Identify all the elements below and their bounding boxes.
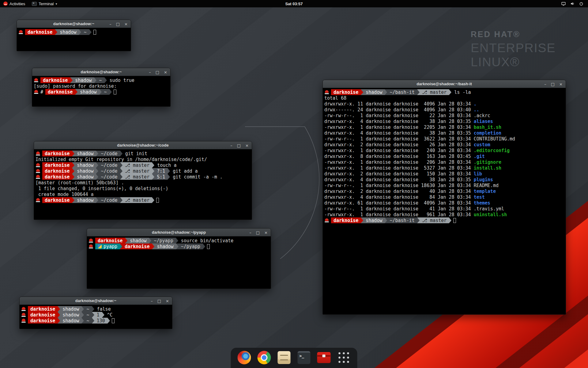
- output-text: create mode 100644 a: [36, 192, 94, 197]
- maximize-button[interactable]: □: [157, 299, 161, 303]
- output-line: [sudo] password for darknoise:: [34, 83, 169, 89]
- volume-icon[interactable]: [570, 0, 575, 7]
- dock-toolbox[interactable]: [317, 350, 331, 365]
- terminal-body[interactable]: darknoiseshadow~/pyapp source bin/activa…: [87, 236, 271, 289]
- dock-chrome[interactable]: [257, 350, 272, 365]
- prompt-segment-git: ⎇ master: [123, 197, 152, 203]
- dock-terminal[interactable]: [297, 350, 311, 365]
- terminal-body[interactable]: darknoiseshadow~ falsedarknoiseshadow~1 …: [20, 305, 172, 329]
- powerline-arrow-icon: [96, 151, 98, 156]
- prompt-segment-stat: ?:1: [154, 168, 168, 174]
- prompt-segment-code: 130: [94, 318, 107, 324]
- prompt-segment-host: shadow: [60, 306, 81, 312]
- file-meta: drwxrwxr-x. 8 darknoise darknoise 163 Ja…: [324, 154, 474, 159]
- window-titlebar[interactable]: darknoise@shadow:~ – □ ×: [17, 20, 131, 28]
- terminal-window-exit[interactable]: darknoise@shadow:~ – □ × darknoiseshadow…: [19, 297, 172, 329]
- prompt-segment-host: shadow: [73, 77, 94, 83]
- terminal-window-code[interactable]: darknoise@shadow:~/code – □ × darknoises…: [34, 141, 252, 220]
- window-titlebar[interactable]: darknoise@shadow:~ – □ ×: [32, 68, 170, 76]
- dock-firefox[interactable]: [237, 350, 252, 365]
- close-button[interactable]: ×: [164, 70, 167, 74]
- terminal-window-sudo[interactable]: darknoise@shadow:~ – □ × darknoiseshadow…: [32, 68, 171, 107]
- close-button[interactable]: ×: [245, 144, 249, 148]
- window-titlebar[interactable]: darknoise@shadow:~ – □ ×: [20, 297, 172, 305]
- prompt-segment-code: 1: [94, 312, 102, 318]
- output-line: -rwxrwxr-x. 1 darknoise darknoise 240 Ja…: [324, 148, 564, 153]
- prompt-segment-host: shadow: [74, 174, 96, 180]
- redhat-prompt-icon: [34, 90, 38, 94]
- terminal-body[interactable]: darknoiseshadow~: [17, 28, 131, 51]
- minimize-button[interactable]: –: [230, 144, 232, 148]
- powerline-arrow-icon: [152, 197, 154, 203]
- terminal-window-pyapp[interactable]: darknoise@shadow:~/pyapp – □ × darknoise…: [87, 228, 271, 289]
- minimize-button[interactable]: –: [149, 70, 151, 74]
- powerline-arrow-icon: [176, 238, 178, 243]
- prompt-segment-path: ~: [81, 29, 89, 35]
- terminal-cursor: [114, 90, 116, 94]
- prompt-segment-path: ~/pyapp: [179, 243, 203, 249]
- output-text: [sudo] password for darknoise:: [34, 83, 117, 89]
- firefox-icon: [238, 351, 251, 364]
- powerline-arrow-icon: [203, 243, 205, 249]
- terminal-window-home-1[interactable]: darknoise@shadow:~ – □ × darknoiseshadow…: [17, 20, 131, 51]
- minimize-button[interactable]: –: [249, 231, 251, 235]
- output-line: drwxrwxr-x. 4 darknoise darknoise 38 Jan…: [324, 130, 564, 136]
- minimize-button[interactable]: –: [544, 82, 546, 86]
- output-text: 1 file changed, 0 insertions(+), 0 delet…: [36, 186, 168, 191]
- activities-button[interactable]: Activities: [0, 0, 28, 7]
- output-line: total 68: [324, 95, 564, 101]
- terminal-body[interactable]: darknoiseshadow~ sudo true[sudo] passwor…: [32, 76, 170, 106]
- terminal-body[interactable]: darknoiseshadow~/code git initInitialize…: [34, 149, 252, 220]
- terminal-body[interactable]: darknoiseshadow~/bash-it⎇ master ls -lat…: [323, 88, 566, 314]
- close-button[interactable]: ×: [559, 82, 563, 86]
- prompt-segment-path: ~/bash-it: [387, 217, 417, 223]
- file-name: .editorconfig: [474, 148, 510, 153]
- dock-files[interactable]: [277, 350, 292, 365]
- window-titlebar[interactable]: darknoise@shadow:~/bash-it – □ ×: [323, 80, 566, 88]
- prompt-segment-path: ~/bash-it: [387, 89, 417, 95]
- display-icon[interactable]: [561, 0, 566, 7]
- window-titlebar[interactable]: darknoise@shadow:~/code – □ ×: [34, 141, 252, 149]
- powerline-arrow-icon: [55, 29, 57, 35]
- output-line: drwxrwxr-x. 2 darknoise darknoise 150 Ja…: [324, 171, 564, 177]
- prompt-segment-venv: pyapp: [95, 243, 120, 249]
- powerline-arrow-icon: [72, 197, 74, 203]
- powerline-arrow-icon: [89, 29, 92, 35]
- close-button[interactable]: ×: [166, 299, 169, 303]
- power-icon[interactable]: [579, 0, 584, 7]
- powerline-arrow-icon: [104, 77, 107, 83]
- powerline-arrow-icon: [125, 238, 127, 243]
- minimize-button[interactable]: –: [109, 22, 111, 26]
- maximize-button[interactable]: □: [551, 82, 555, 86]
- app-menu-terminal[interactable]: Terminal ▾: [28, 0, 60, 7]
- maximize-button[interactable]: □: [237, 144, 241, 148]
- maximize-button[interactable]: □: [156, 70, 159, 74]
- close-button[interactable]: ×: [124, 22, 128, 26]
- dock: [231, 348, 357, 368]
- maximize-button[interactable]: □: [116, 22, 120, 26]
- prompt-line: darknoiseshadow~ sudo true: [34, 77, 169, 83]
- maximize-button[interactable]: □: [256, 231, 260, 235]
- prompt-segment-user: darknoise: [40, 77, 70, 83]
- redhat-prompt-icon: [89, 244, 93, 248]
- minimize-button[interactable]: –: [151, 299, 153, 303]
- prompt-segment-user: darknoise: [28, 318, 58, 324]
- terminal-window-bashit[interactable]: darknoise@shadow:~/bash-it – □ × darknoi…: [322, 80, 566, 315]
- prompt-segment-path: ~/code: [98, 174, 120, 180]
- powerline-arrow-icon: [168, 174, 170, 180]
- command-text: ^C: [104, 312, 113, 318]
- prompt-segment-host: shadow: [60, 312, 81, 318]
- powerline-arrow-icon: [176, 243, 179, 249]
- python-icon: [98, 244, 102, 248]
- close-button[interactable]: ×: [264, 231, 268, 235]
- command-text: touch a: [154, 163, 176, 168]
- powerline-arrow-icon: [72, 151, 74, 156]
- powerline-arrow-icon: [99, 89, 102, 95]
- powerline-arrow-icon: [120, 197, 123, 203]
- dock-app-grid[interactable]: [337, 350, 351, 365]
- file-name: aliases: [474, 119, 493, 124]
- file-name: .: [474, 101, 477, 107]
- clock[interactable]: Sat 03:57: [285, 2, 303, 6]
- window-titlebar[interactable]: darknoise@shadow:~/pyapp – □ ×: [87, 228, 271, 236]
- prompt-line: darknoiseshadow~130: [21, 318, 171, 324]
